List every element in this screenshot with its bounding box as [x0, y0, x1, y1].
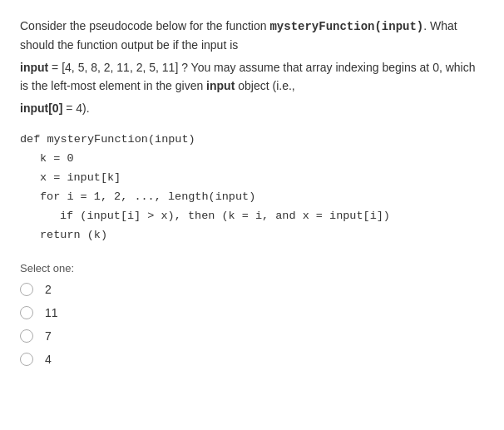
input-note-bold: input — [206, 79, 235, 92]
input-label-bold: input — [20, 61, 48, 74]
options-list: 2 11 7 4 — [20, 283, 484, 366]
option-item-7[interactable]: 7 — [20, 329, 484, 343]
code-line-2: k = 0 — [20, 150, 484, 169]
intro-before-code: Consider the pseudocode below for the fu… — [20, 19, 269, 32]
radio-7[interactable] — [20, 329, 33, 343]
input-note-end: object (i.e., — [235, 79, 294, 92]
option-item-4[interactable]: 4 — [20, 353, 484, 366]
option-item-11[interactable]: 11 — [20, 306, 484, 319]
radio-2[interactable] — [20, 283, 33, 296]
input-value: = [4, 5, 8, 2, 11, 2, 5, 11] — [52, 61, 178, 74]
input-index: input[0] — [20, 101, 62, 115]
radio-11[interactable] — [20, 306, 33, 319]
code-line-6: return (k) — [20, 226, 484, 245]
question-text: Consider the pseudocode below for the fu… — [20, 17, 484, 117]
code-line-1: def mysteryFunction(input) — [20, 131, 484, 150]
option-item-2[interactable]: 2 — [20, 283, 484, 296]
option-label-2: 2 — [45, 283, 52, 296]
code-line-3: x = input[k] — [20, 169, 484, 188]
select-one-label: Select one: — [20, 262, 484, 274]
code-block: def mysteryFunction(input) k = 0 x = inp… — [20, 131, 484, 245]
option-label-7: 7 — [45, 329, 52, 343]
code-line-4: for i = 1, 2, ..., length(input) — [20, 188, 484, 207]
question-container: Consider the pseudocode below for the fu… — [20, 17, 484, 366]
code-line-5: if (input[i] > x), then (k = i, and x = … — [20, 207, 484, 226]
option-label-4: 4 — [45, 353, 52, 366]
option-label-11: 11 — [45, 306, 58, 319]
input-index-eq: = 4). — [66, 101, 89, 115]
radio-4[interactable] — [20, 353, 33, 366]
function-name: mysteryFunction(input) — [269, 20, 423, 33]
